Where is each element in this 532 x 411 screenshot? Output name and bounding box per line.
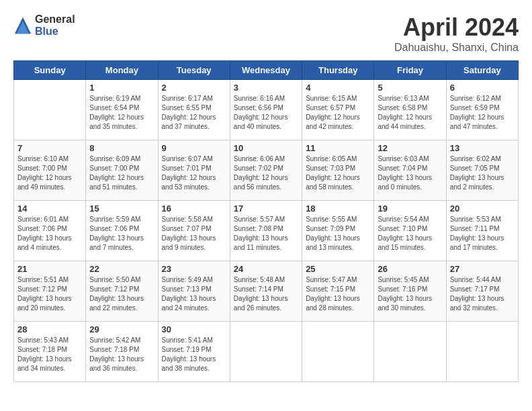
- calendar-cell: 5 Sunrise: 6:13 AM Sunset: 6:58 PM Dayli…: [374, 80, 446, 140]
- calendar-cell: [446, 322, 518, 382]
- day-info: Sunrise: 5:53 AM Sunset: 7:11 PM Dayligh…: [450, 215, 515, 253]
- day-number: 6: [450, 83, 515, 93]
- day-number: 12: [378, 143, 442, 153]
- calendar-cell: [374, 322, 446, 382]
- day-info: Sunrise: 5:41 AM Sunset: 7:19 PM Dayligh…: [162, 336, 226, 373]
- day-number: 27: [450, 264, 515, 274]
- calendar-cell: [302, 322, 374, 382]
- day-info: Sunrise: 6:10 AM Sunset: 7:00 PM Dayligh…: [17, 154, 82, 192]
- day-info: Sunrise: 5:43 AM Sunset: 7:18 PM Dayligh…: [17, 336, 82, 373]
- day-header-tuesday: Tuesday: [158, 61, 230, 80]
- day-info: Sunrise: 6:17 AM Sunset: 6:55 PM Dayligh…: [162, 94, 226, 132]
- day-number: 1: [89, 83, 154, 93]
- day-info: Sunrise: 6:13 AM Sunset: 6:58 PM Dayligh…: [378, 94, 442, 132]
- day-number: 5: [378, 83, 442, 93]
- calendar-cell: 2 Sunrise: 6:17 AM Sunset: 6:55 PM Dayli…: [158, 80, 230, 140]
- day-info: Sunrise: 6:12 AM Sunset: 6:59 PM Dayligh…: [450, 94, 515, 132]
- main-title: April 2024: [394, 13, 519, 42]
- calendar-week-row: 21 Sunrise: 5:51 AM Sunset: 7:12 PM Dayl…: [14, 261, 519, 322]
- day-number: 30: [162, 324, 226, 334]
- day-number: 9: [162, 143, 226, 153]
- day-info: Sunrise: 5:57 AM Sunset: 7:08 PM Dayligh…: [234, 215, 298, 253]
- day-header-sunday: Sunday: [14, 61, 86, 80]
- page-header: General Blue April 2024 Dahuaishu, Shanx…: [13, 13, 519, 54]
- calendar-cell: 20 Sunrise: 5:53 AM Sunset: 7:11 PM Dayl…: [446, 201, 518, 261]
- logo-blue-label: Blue: [35, 26, 75, 38]
- day-info: Sunrise: 6:06 AM Sunset: 7:02 PM Dayligh…: [234, 154, 298, 192]
- subtitle: Dahuaishu, Shanxi, China: [394, 42, 519, 54]
- day-header-friday: Friday: [374, 61, 446, 80]
- day-number: 16: [162, 203, 226, 214]
- day-info: Sunrise: 6:15 AM Sunset: 6:57 PM Dayligh…: [306, 94, 370, 132]
- calendar-cell: 12 Sunrise: 6:03 AM Sunset: 7:04 PM Dayl…: [374, 140, 446, 201]
- day-info: Sunrise: 6:07 AM Sunset: 7:01 PM Dayligh…: [162, 154, 226, 192]
- calendar-cell: 18 Sunrise: 5:55 AM Sunset: 7:09 PM Dayl…: [302, 201, 374, 261]
- calendar-cell: 21 Sunrise: 5:51 AM Sunset: 7:12 PM Dayl…: [14, 261, 86, 322]
- day-number: 3: [234, 83, 298, 93]
- calendar-cell: 1 Sunrise: 6:19 AM Sunset: 6:54 PM Dayli…: [86, 80, 158, 140]
- calendar-cell: 14 Sunrise: 6:01 AM Sunset: 7:06 PM Dayl…: [14, 201, 86, 261]
- day-number: 21: [17, 264, 82, 274]
- day-number: 20: [450, 203, 515, 214]
- day-number: 13: [450, 143, 515, 153]
- day-info: Sunrise: 6:02 AM Sunset: 7:05 PM Dayligh…: [450, 154, 515, 192]
- day-info: Sunrise: 5:51 AM Sunset: 7:12 PM Dayligh…: [17, 275, 82, 313]
- day-number: 7: [17, 143, 82, 153]
- day-info: Sunrise: 5:54 AM Sunset: 7:10 PM Dayligh…: [378, 215, 442, 253]
- calendar-cell: 19 Sunrise: 5:54 AM Sunset: 7:10 PM Dayl…: [374, 201, 446, 261]
- day-info: Sunrise: 6:03 AM Sunset: 7:04 PM Dayligh…: [378, 154, 442, 192]
- calendar-week-row: 28 Sunrise: 5:43 AM Sunset: 7:18 PM Dayl…: [14, 322, 519, 382]
- day-info: Sunrise: 6:01 AM Sunset: 7:06 PM Dayligh…: [17, 215, 82, 253]
- calendar-cell: 8 Sunrise: 6:09 AM Sunset: 7:00 PM Dayli…: [86, 140, 158, 201]
- logo-text: General Blue: [35, 13, 75, 37]
- calendar-cell: 7 Sunrise: 6:10 AM Sunset: 7:00 PM Dayli…: [14, 140, 86, 201]
- calendar-cell: 25 Sunrise: 5:47 AM Sunset: 7:15 PM Dayl…: [302, 261, 374, 322]
- day-info: Sunrise: 6:19 AM Sunset: 6:54 PM Dayligh…: [89, 94, 154, 132]
- calendar-cell: 22 Sunrise: 5:50 AM Sunset: 7:12 PM Dayl…: [86, 261, 158, 322]
- day-info: Sunrise: 5:42 AM Sunset: 7:18 PM Dayligh…: [89, 336, 154, 373]
- day-number: 24: [234, 264, 298, 274]
- day-number: 19: [378, 203, 442, 214]
- logo: General Blue: [13, 13, 75, 37]
- calendar-week-row: 14 Sunrise: 6:01 AM Sunset: 7:06 PM Dayl…: [14, 201, 519, 261]
- day-info: Sunrise: 6:05 AM Sunset: 7:03 PM Dayligh…: [306, 154, 370, 192]
- day-number: 8: [89, 143, 154, 153]
- calendar-table: SundayMondayTuesdayWednesdayThursdayFrid…: [13, 60, 519, 382]
- day-info: Sunrise: 5:59 AM Sunset: 7:06 PM Dayligh…: [89, 215, 154, 253]
- day-number: 28: [17, 324, 82, 334]
- calendar-cell: 6 Sunrise: 6:12 AM Sunset: 6:59 PM Dayli…: [446, 80, 518, 140]
- logo-general-label: General: [35, 13, 75, 26]
- day-number: 14: [17, 203, 82, 214]
- day-number: 23: [162, 264, 226, 274]
- logo-icon: [13, 16, 32, 35]
- day-number: 25: [306, 264, 370, 274]
- day-number: 26: [378, 264, 442, 274]
- calendar-cell: 28 Sunrise: 5:43 AM Sunset: 7:18 PM Dayl…: [14, 322, 86, 382]
- calendar-week-row: 7 Sunrise: 6:10 AM Sunset: 7:00 PM Dayli…: [14, 140, 519, 201]
- day-info: Sunrise: 6:09 AM Sunset: 7:00 PM Dayligh…: [89, 154, 154, 192]
- day-header-wednesday: Wednesday: [230, 61, 302, 80]
- day-number: 11: [306, 143, 370, 153]
- day-number: 10: [234, 143, 298, 153]
- calendar-cell: 9 Sunrise: 6:07 AM Sunset: 7:01 PM Dayli…: [158, 140, 230, 201]
- day-number: 2: [162, 83, 226, 93]
- calendar-cell: 4 Sunrise: 6:15 AM Sunset: 6:57 PM Dayli…: [302, 80, 374, 140]
- day-info: Sunrise: 5:49 AM Sunset: 7:13 PM Dayligh…: [162, 275, 226, 313]
- day-header-saturday: Saturday: [446, 61, 518, 80]
- day-info: Sunrise: 5:58 AM Sunset: 7:07 PM Dayligh…: [162, 215, 226, 253]
- calendar-cell: 27 Sunrise: 5:44 AM Sunset: 7:17 PM Dayl…: [446, 261, 518, 322]
- day-info: Sunrise: 5:45 AM Sunset: 7:16 PM Dayligh…: [378, 275, 442, 313]
- calendar-cell: 15 Sunrise: 5:59 AM Sunset: 7:06 PM Dayl…: [86, 201, 158, 261]
- calendar-cell: [14, 80, 86, 140]
- calendar-cell: [230, 322, 302, 382]
- day-number: 22: [89, 264, 154, 274]
- calendar-week-row: 1 Sunrise: 6:19 AM Sunset: 6:54 PM Dayli…: [14, 80, 519, 140]
- day-number: 15: [89, 203, 154, 214]
- day-number: 4: [306, 83, 370, 93]
- day-number: 17: [234, 203, 298, 214]
- day-info: Sunrise: 6:16 AM Sunset: 6:56 PM Dayligh…: [234, 94, 298, 132]
- day-number: 18: [306, 203, 370, 214]
- day-header-monday: Monday: [86, 61, 158, 80]
- calendar-cell: 16 Sunrise: 5:58 AM Sunset: 7:07 PM Dayl…: [158, 201, 230, 261]
- day-info: Sunrise: 5:48 AM Sunset: 7:14 PM Dayligh…: [234, 275, 298, 313]
